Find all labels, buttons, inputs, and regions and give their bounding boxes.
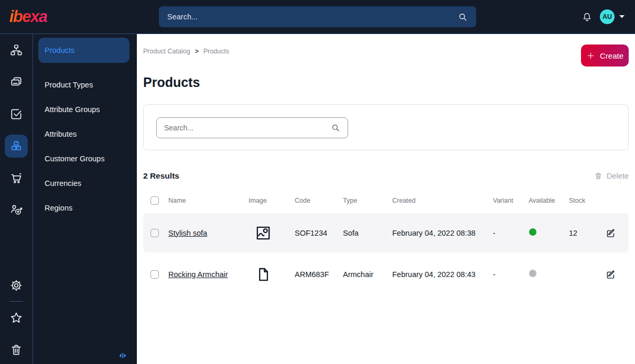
sidebar-item-attributes[interactable]: Attributes bbox=[38, 122, 130, 146]
table-search-input[interactable] bbox=[164, 124, 331, 132]
trash-icon bbox=[594, 172, 602, 180]
breadcrumb: Product Catalog > Products bbox=[143, 48, 229, 55]
sidebar-item-products[interactable]: Products bbox=[38, 38, 130, 63]
select-all-checkbox[interactable] bbox=[150, 196, 159, 205]
rail-divider bbox=[9, 301, 23, 302]
product-catalog-menu: Products Product Types Attribute Groups … bbox=[33, 34, 137, 364]
icon-rail bbox=[0, 34, 33, 364]
edit-icon[interactable] bbox=[606, 269, 616, 280]
collapse-panel-icon[interactable] bbox=[118, 351, 127, 360]
col-variant: Variant bbox=[493, 197, 529, 204]
sidebar-item-currencies[interactable]: Currencies bbox=[38, 171, 130, 195]
main-content: Product Catalog > Products Create Produc… bbox=[137, 34, 635, 364]
product-variant: - bbox=[493, 270, 529, 279]
sidebar-item-attribute-groups[interactable]: Attribute Groups bbox=[38, 97, 130, 122]
product-stock: 12 bbox=[569, 229, 606, 237]
breadcrumb-products: Products bbox=[203, 48, 229, 55]
plus-icon bbox=[586, 51, 595, 60]
gear-icon[interactable] bbox=[5, 274, 28, 297]
available-status-dot bbox=[529, 270, 536, 277]
product-type: Armchair bbox=[343, 270, 392, 279]
sitemap-icon[interactable] bbox=[5, 39, 28, 62]
row-checkbox[interactable] bbox=[150, 229, 159, 237]
pages-icon[interactable] bbox=[5, 71, 28, 94]
trash-icon[interactable] bbox=[5, 338, 28, 361]
delete-button[interactable]: Delete bbox=[594, 172, 629, 180]
logo-container: ibexa bbox=[0, 7, 137, 26]
bell-icon[interactable] bbox=[582, 12, 593, 23]
sidebar-item-product-types[interactable]: Product Types bbox=[38, 72, 130, 97]
available-status-dot bbox=[529, 228, 536, 236]
caret-down-icon[interactable] bbox=[619, 15, 625, 18]
col-code: Code bbox=[295, 197, 343, 204]
product-type: Sofa bbox=[343, 229, 392, 237]
cart-icon[interactable] bbox=[5, 167, 28, 190]
icon-rail-bottom bbox=[5, 274, 28, 364]
delete-button-label: Delete bbox=[607, 172, 629, 180]
products-table: Name Image Code Type Created Variant Ava… bbox=[143, 196, 629, 294]
product-catalog-icon[interactable] bbox=[5, 135, 28, 158]
row-checkbox[interactable] bbox=[150, 270, 159, 279]
search-icon[interactable] bbox=[458, 12, 468, 22]
col-created: Created bbox=[392, 197, 493, 204]
star-icon[interactable] bbox=[5, 306, 28, 329]
topbar-right: AU bbox=[582, 9, 635, 24]
table-row: Stylish sofa SOF1234 Sofa February 04, 2… bbox=[143, 213, 629, 252]
sidebar-item-customer-groups[interactable]: Customer Groups bbox=[38, 146, 130, 171]
filter-card bbox=[143, 104, 629, 150]
table-row: Rocking Armchair ARM683F Armchair Februa… bbox=[143, 255, 629, 294]
global-search[interactable] bbox=[159, 6, 476, 27]
breadcrumb-separator: > bbox=[195, 48, 199, 55]
product-code: SOF1234 bbox=[295, 229, 343, 237]
create-button[interactable]: Create bbox=[581, 45, 629, 67]
checklist-icon[interactable] bbox=[5, 103, 28, 126]
col-image: Image bbox=[249, 197, 295, 204]
col-type: Type bbox=[343, 197, 392, 204]
image-icon bbox=[249, 226, 295, 240]
col-name: Name bbox=[168, 197, 249, 204]
product-code: ARM683F bbox=[295, 270, 343, 279]
product-link[interactable]: Rocking Armchair bbox=[168, 270, 228, 279]
product-variant: - bbox=[493, 229, 529, 237]
table-search[interactable] bbox=[156, 117, 348, 138]
product-created: February 04, 2022 08:38 bbox=[392, 229, 493, 237]
edit-icon[interactable] bbox=[606, 228, 616, 238]
ibexa-logo[interactable]: ibexa bbox=[9, 7, 47, 26]
customer-target-icon[interactable] bbox=[5, 198, 28, 222]
col-available: Available bbox=[529, 197, 569, 204]
results-count: 2 Results bbox=[143, 171, 179, 181]
search-icon[interactable] bbox=[331, 123, 340, 133]
product-created: February 04, 2022 08:43 bbox=[392, 270, 493, 279]
breadcrumb-product-catalog[interactable]: Product Catalog bbox=[143, 48, 190, 55]
table-header: Name Image Code Type Created Variant Ava… bbox=[143, 196, 629, 213]
file-icon bbox=[249, 267, 295, 282]
page-title: Products bbox=[143, 75, 629, 90]
topbar: ibexa AU bbox=[0, 0, 635, 34]
sidebar-item-regions[interactable]: Regions bbox=[38, 195, 130, 220]
product-link[interactable]: Stylish sofa bbox=[168, 229, 207, 237]
create-button-label: Create bbox=[600, 51, 623, 60]
col-stock: Stock bbox=[569, 197, 606, 204]
avatar[interactable]: AU bbox=[600, 9, 615, 24]
global-search-input[interactable] bbox=[167, 13, 458, 21]
